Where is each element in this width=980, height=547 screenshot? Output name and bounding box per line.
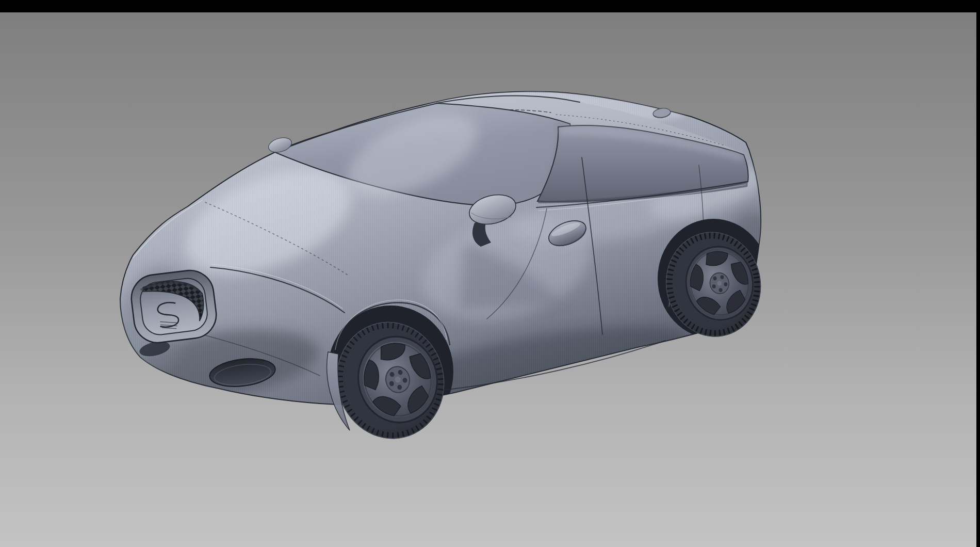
car-model[interactable] — [106, 81, 784, 451]
viewport-canvas[interactable] — [0, 0, 980, 547]
front-grille — [129, 268, 219, 346]
render-stage — [0, 0, 980, 547]
right-letterbox-bar — [976, 0, 980, 547]
top-letterbox-bar — [0, 0, 980, 12]
